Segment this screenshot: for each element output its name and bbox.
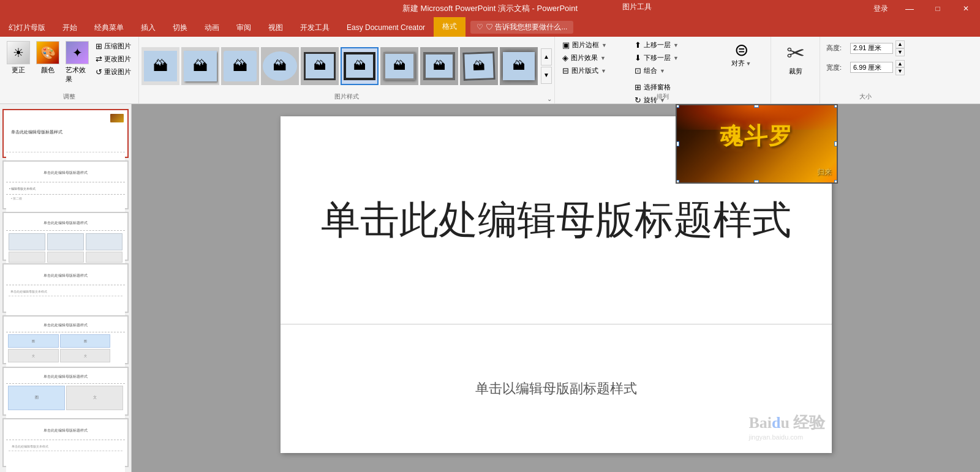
ps-img-8: 🏔 [423,52,455,80]
adjust-section: ☀ 更正 🎨 颜色 ✦ 艺术效果 ⊞ 压缩图片 ⇄ 更改图 [0,37,139,103]
resize-handle-bm[interactable] [754,180,759,184]
tab-view[interactable]: 视图 [260,20,292,37]
group-arrow: ▼ [660,68,665,74]
border-label: 图片边框 [572,40,599,50]
art-effect-btn[interactable]: ✦ 艺术效果 [64,39,91,86]
slide-thumb-3[interactable]: 单击此处编辑母版标题样式 [2,212,129,261]
title-text: 新建 Microsoft PowerPoint 演示文稿 - PowerPoin… [402,3,578,14]
ps-scroll-up[interactable]: ▲ [541,48,552,66]
crop-btn[interactable]: ✂ 裁剪 [783,39,808,79]
ps-item-1[interactable]: 🏔 [141,47,179,85]
height-spinner[interactable]: ▲ ▼ [895,40,905,56]
ps-item-6[interactable]: 🏔 [341,47,379,85]
resize-handle-tl[interactable] [676,104,679,108]
tab-classic[interactable]: 经典菜单 [86,20,132,37]
slide-thumb-2[interactable]: 单击此处编辑母版标题样式 • 编辑母版文本样式 • 第二级 [2,160,129,209]
close-btn[interactable]: ✕ [952,0,980,17]
baidu-url: jingyan.baidu.com [748,433,825,441]
reset-btn[interactable]: ↺ 重设图片 [93,66,134,78]
height-label: 高度: [826,43,848,53]
correct-btn[interactable]: ☀ 更正 [5,39,32,77]
titlebar: 新建 Microsoft PowerPoint 演示文稿 - PowerPoin… [0,0,980,17]
ps-item-5[interactable]: 🏔 [301,47,339,85]
slide-thumb-inner-7: 单击此处编辑母版标题样式 单击此处编辑母版文本样式 [6,422,125,472]
ps-scroll-down[interactable]: ▼ [541,67,552,84]
change-icon: ⇄ [96,54,102,64]
grid-btn[interactable]: ⊞ 选择窗格 [632,81,712,93]
tab-dev[interactable]: 开发工具 [292,20,338,37]
tab-animation[interactable]: 动画 [196,20,228,37]
color-label: 颜色 [41,66,55,75]
rotate-icon: ↻ [635,96,641,105]
layout-icon: ⊟ [562,66,569,75]
height-input[interactable] [850,43,893,54]
tab-transition[interactable]: 切换 [164,20,196,37]
down-layer-icon: ⬇ [635,53,641,62]
border-btn[interactable]: ▣ 图片边框 ▼ [560,39,627,51]
slide-thumb-1[interactable]: 单击此处编辑母版标题样式 [2,109,129,158]
compress-btn[interactable]: ⊞ 压缩图片 [93,40,134,52]
color-icon: 🎨 [36,41,59,64]
resize-handle-tr[interactable] [834,104,838,108]
ps-item-2[interactable]: 🏔 [181,47,219,85]
tab-review[interactable]: 审阅 [228,20,260,37]
effect-arrow: ▼ [600,55,606,61]
adjust-section-label: 调整 [63,92,75,101]
tab-format[interactable]: 格式 [434,17,466,37]
layout-label: 图片版式 [571,66,598,75]
border-icon: ▣ [562,40,570,50]
down-layer-btn[interactable]: ⬇ 下移一层 ▼ [632,52,712,64]
ps-img-4: 🏔 [263,51,297,81]
ps-item-3[interactable]: 🏔 [221,47,259,85]
ps-item-9[interactable]: 🏔 [460,47,498,85]
width-input[interactable] [850,62,893,73]
slide-thumb-7[interactable]: 单击此处编辑母版标题样式 单击此处编辑母版文本样式 [2,418,129,467]
slide-thumb-4[interactable]: 单击此处编辑母版标题样式 单击此处编辑母版文本样式 [2,263,129,312]
rotate-label: 旋转 [644,96,657,105]
width-spinner[interactable]: ▲ ▼ [895,60,905,76]
slide-canvas[interactable]: 单击此处编辑母版标题样式 单击以编辑母版副标题样式 魂斗罗 归来 [281,116,832,453]
search-box[interactable]: ♡ ♡ 告诉我您想要做什么... [470,21,573,34]
tab-insert[interactable]: 插入 [132,20,164,37]
resize-handle-br[interactable] [834,180,838,184]
resize-handle-bl[interactable] [676,180,679,184]
effect-btn[interactable]: ◈ 图片效果 ▼ [560,52,627,64]
pic-style-expand[interactable]: ⌄ [547,96,552,102]
group-btn[interactable]: ⊡ 组合 ▼ [632,65,712,77]
ps-item-7[interactable]: 🏔 [380,47,418,85]
align-btn[interactable]: ⊜ 对齐 ▼ [717,39,766,70]
login-btn[interactable]: 登录 [866,0,895,17]
effect-label: 图片效果 [571,53,598,62]
minimize-btn[interactable]: — [895,0,924,17]
resize-handle-tm[interactable] [754,104,759,108]
layout-btn[interactable]: ⊟ 图片版式 ▼ [560,65,627,77]
change-btn[interactable]: ⇄ 更改图片 [93,53,134,65]
ribbon-tab-bar: 幻灯片母版 开始 经典菜单 插入 切换 动画 审阅 视图 开发工具 Easy D… [0,17,980,37]
change-label: 更改图片 [104,54,131,64]
game-subtitle: 归来 [817,167,832,178]
ps-img-2: 🏔 [184,51,217,81]
correct-label: 更正 [12,66,25,75]
ps-item-10[interactable]: 🏔 [500,47,538,85]
floating-image[interactable]: 魂斗罗 归来 [676,104,838,184]
resize-handle-rm[interactable] [834,141,838,146]
tab-slidemaster[interactable]: 幻灯片母版 [0,20,54,37]
slide-thumb-6[interactable]: 单击此处编辑母版标题样式 图 文 [2,367,129,416]
layout-arrow: ▼ [601,68,606,74]
up-layer-arrow: ▼ [673,42,679,48]
correct-icon: ☀ [7,41,30,64]
color-btn[interactable]: 🎨 颜色 [34,39,61,77]
ps-item-4[interactable]: 🏔 [261,47,299,85]
tab-start[interactable]: 开始 [54,20,86,37]
tab-easy-doc[interactable]: Easy Document Creator [338,20,434,37]
resize-handle-lm[interactable] [676,141,679,146]
canvas-area: 单击此处编辑母版标题样式 单击以编辑母版副标题样式 魂斗罗 归来 [132,104,980,472]
up-layer-btn[interactable]: ⬆ 上移一层 ▼ [632,39,712,51]
arrange-right: ⬆ 上移一层 ▼ ⬇ 下移一层 ▼ ⊡ 组合 ▼ ⊞ 选择窗格 [632,39,712,106]
maximize-btn[interactable]: □ [924,0,952,17]
border-arrow: ▼ [601,42,607,48]
ps-item-8[interactable]: 🏔 [420,47,458,85]
effect-icon: ◈ [562,53,568,62]
slide-thumb-5[interactable]: 单击此处编辑母版标题样式 图 图 文 文 [2,315,129,364]
up-layer-label: 上移一层 [644,40,671,50]
